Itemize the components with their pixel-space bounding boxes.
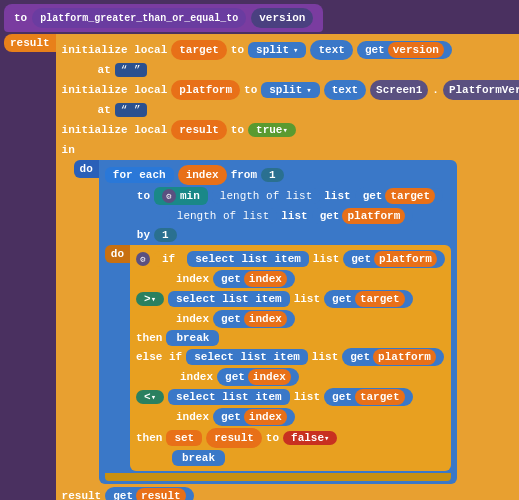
gt-chip[interactable]: > bbox=[136, 292, 164, 306]
get-result-chip[interactable]: get result bbox=[105, 487, 193, 500]
target-var-chip[interactable]: target bbox=[171, 40, 227, 60]
text-chip-platform[interactable]: text bbox=[324, 80, 366, 100]
at-platform-row: at “ ” bbox=[98, 102, 519, 118]
select-list-if2[interactable]: select list item bbox=[168, 291, 290, 307]
dot-string-target[interactable]: “ ” bbox=[115, 63, 147, 77]
if-index-row1: index get index bbox=[176, 270, 445, 288]
get-version-chip[interactable]: get version bbox=[357, 41, 452, 59]
select-list-elseif1[interactable]: select list item bbox=[186, 349, 308, 365]
at-target-row: at “ ” bbox=[98, 62, 519, 78]
then-break-row: then break bbox=[136, 330, 445, 346]
break-row2: break bbox=[172, 450, 445, 466]
if-index-row2: index get index bbox=[176, 310, 445, 328]
get-index-elseif2[interactable]: get index bbox=[213, 408, 295, 426]
elseif-index-row1: index get index bbox=[180, 368, 445, 386]
false-chip[interactable]: false bbox=[283, 431, 337, 445]
then-set-row: then set result to false bbox=[136, 428, 445, 448]
get-target-chip[interactable]: get target bbox=[355, 187, 443, 205]
for-each-chip[interactable]: for each bbox=[105, 167, 174, 183]
to-min-row: to ⚙ min length of list list get tar bbox=[137, 187, 451, 205]
get-target-if[interactable]: get target bbox=[324, 290, 412, 308]
lt-chip[interactable]: < bbox=[136, 390, 164, 404]
lt-row: < select list item list get target bbox=[136, 388, 445, 406]
length-list-platform[interactable]: length of list bbox=[169, 208, 277, 224]
result-var-chip[interactable]: result bbox=[171, 120, 227, 140]
platform-var-chip[interactable]: platform bbox=[171, 80, 240, 100]
split-block-target[interactable]: split bbox=[248, 42, 306, 58]
gear-icon-min: ⚙ bbox=[162, 189, 176, 203]
fn-name-chip[interactable]: platform_greater_than_or_equal_to bbox=[32, 8, 246, 28]
by-num-chip[interactable]: 1 bbox=[154, 228, 177, 242]
fn-to-label: to bbox=[14, 12, 27, 24]
result-body: initialize local target to split text ge… bbox=[56, 34, 519, 500]
in-row: in bbox=[62, 142, 519, 158]
length-list-platform-row: length of list list get platform bbox=[169, 207, 451, 225]
do1-label: do bbox=[74, 160, 99, 178]
get-target-elseif[interactable]: get target bbox=[324, 388, 412, 406]
bottom-bar-yellow bbox=[105, 473, 451, 481]
init-result-row: initialize local result to true bbox=[62, 120, 519, 140]
break-chip-1[interactable]: break bbox=[166, 330, 219, 346]
if-row: ⚙ if select list item list get bbox=[136, 250, 445, 268]
result-block: result initialize local target to split … bbox=[4, 34, 515, 500]
true-chip[interactable]: true bbox=[248, 123, 296, 137]
platform-version-chip[interactable]: PlatformVersion bbox=[443, 80, 519, 100]
index-var-chip[interactable]: index bbox=[178, 165, 227, 185]
screen1-chip[interactable]: Screen1 bbox=[370, 80, 428, 100]
foreach-body: for each index from 1 to bbox=[99, 160, 457, 484]
get-platform-if[interactable]: get platform bbox=[343, 250, 445, 268]
result-label: result bbox=[4, 34, 56, 52]
get-platform-elseif[interactable]: get platform bbox=[342, 348, 444, 366]
do-foreach-block: do for each index from 1 bbox=[74, 160, 519, 484]
init-target-row: initialize local target to split text ge… bbox=[62, 40, 519, 60]
select-list-elseif2[interactable]: select list item bbox=[168, 389, 290, 405]
fn-block: to platform_greater_than_or_equal_to ver… bbox=[4, 4, 323, 32]
init-platform-row: initialize local platform to split text … bbox=[62, 80, 519, 100]
get-platform-chip-len[interactable]: get platform bbox=[312, 207, 414, 225]
for-each-row: for each index from 1 bbox=[105, 165, 451, 185]
do2-label: do bbox=[105, 245, 130, 263]
if-body: ⚙ if select list item list get bbox=[130, 245, 451, 471]
get-index-if1[interactable]: get index bbox=[213, 270, 295, 288]
split-block-platform[interactable]: split bbox=[261, 82, 319, 98]
length-list-target[interactable]: length of list bbox=[212, 188, 320, 204]
select-list-if1[interactable]: select list item bbox=[187, 251, 309, 267]
do2-if-block: do ⚙ if select list item bbox=[105, 245, 451, 471]
if-chip[interactable]: if bbox=[154, 251, 183, 267]
fn-definition-row: to platform_greater_than_or_equal_to ver… bbox=[4, 4, 515, 32]
set-block[interactable]: set bbox=[166, 430, 202, 446]
result-set-chip[interactable]: result bbox=[206, 428, 262, 448]
min-chip[interactable]: ⚙ min bbox=[154, 187, 208, 205]
dot-string-platform[interactable]: “ ” bbox=[115, 103, 147, 117]
by-row: by 1 bbox=[137, 227, 451, 243]
text-chip-target[interactable]: text bbox=[310, 40, 352, 60]
else-if-row: else if select list item list get platfo… bbox=[136, 348, 445, 366]
from-num-chip[interactable]: 1 bbox=[261, 168, 284, 182]
break-chip-2[interactable]: break bbox=[172, 450, 225, 466]
result-get-row: result get result bbox=[62, 487, 519, 500]
fn-version-chip[interactable]: version bbox=[251, 8, 313, 28]
get-index-if2[interactable]: get index bbox=[213, 310, 295, 328]
gt-row: > select list item list get target bbox=[136, 290, 445, 308]
gear-icon-if: ⚙ bbox=[136, 252, 150, 266]
elseif-index-row2: index get index bbox=[176, 408, 445, 426]
get-index-elseif1[interactable]: get index bbox=[217, 368, 299, 386]
main-frame: to platform_greater_than_or_equal_to ver… bbox=[4, 4, 515, 500]
